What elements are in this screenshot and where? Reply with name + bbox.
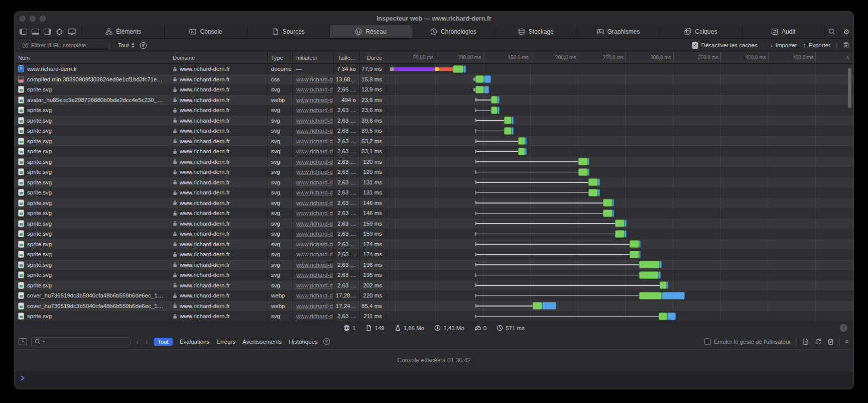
initiator-link[interactable]: www.richard-d…: [296, 76, 334, 82]
network-request-row[interactable]: sprite.svgwww.richard-dern.frsvgwww.rich…: [15, 280, 853, 291]
console-scope-historiques[interactable]: Historiques: [289, 339, 318, 345]
initiator-link[interactable]: www.richard-d…: [296, 128, 334, 134]
tab-chronologies[interactable]: Chronologies: [412, 25, 494, 38]
initiator-link[interactable]: www.richard-d…: [296, 118, 334, 124]
network-request-row[interactable]: sprite.svgwww.richard-dern.frsvgwww.rich…: [15, 136, 853, 147]
refresh-icon[interactable]: [815, 338, 822, 345]
grouping-filter-icon[interactable]: [140, 42, 147, 49]
column-header-nom[interactable]: Nom: [15, 52, 169, 63]
network-request-row[interactable]: avatar_hu85ecc3e298728880b0bde2dcc4e5c23…: [15, 95, 853, 106]
help-button[interactable]: ?: [840, 324, 847, 332]
console-scope-evaluations[interactable]: Évaluations: [180, 339, 209, 345]
console-scope-tout[interactable]: Tout: [154, 338, 173, 346]
table-scrollbar[interactable]: [848, 68, 851, 108]
import-button[interactable]: ↓ Importer: [770, 42, 797, 49]
console-scope-erreurs[interactable]: Erreurs: [216, 339, 235, 345]
next-result-button[interactable]: ›: [144, 338, 150, 345]
expand-console-icon[interactable]: «: [844, 340, 851, 344]
network-request-row[interactable]: sprite.svgwww.richard-dern.frsvgwww.rich…: [15, 105, 853, 116]
initiator-link[interactable]: www.richard-d…: [296, 231, 334, 237]
initiator-link[interactable]: www.richard-d…: [296, 86, 334, 92]
tab-elements[interactable]: Éléments: [82, 25, 165, 38]
network-request-row[interactable]: sprite.svgwww.richard-dern.frsvgwww.rich…: [15, 187, 853, 198]
network-request-row[interactable]: sprite.svgwww.richard-dern.frsvgwww.rich…: [15, 157, 853, 167]
device-screen-icon[interactable]: [68, 28, 76, 35]
previous-result-button[interactable]: ‹: [135, 338, 140, 345]
timeline-collapse-icon[interactable]: ∧: [846, 52, 849, 63]
emulate-user-gesture-checkbox[interactable]: Émuler le geste de l'utilisateur: [704, 338, 791, 345]
initiator-link[interactable]: www.richard-d…: [296, 210, 334, 216]
tab-graphismes[interactable]: Graphismes: [577, 25, 660, 38]
url-filter-input[interactable]: Filtrer l'URL complète: [19, 41, 110, 50]
network-request-row[interactable]: sprite.svgwww.richard-dern.frsvgwww.rich…: [15, 198, 853, 209]
network-request-row[interactable]: sprite.svgwww.richard-dern.frsvgwww.rich…: [15, 208, 853, 219]
image-file-icon: [18, 282, 24, 289]
network-request-row[interactable]: sprite.svgwww.richard-dern.frsvgwww.rich…: [15, 239, 853, 250]
console-prompt[interactable]: [15, 371, 853, 389]
initiator-link[interactable]: www.richard-d…: [296, 272, 334, 278]
resource-type-dropdown[interactable]: Tout: [118, 42, 135, 48]
initiator-link[interactable]: www.richard-d…: [296, 292, 334, 298]
tab-console[interactable]: Console: [165, 25, 247, 38]
initiator-link[interactable]: www.richard-d…: [296, 169, 334, 175]
initiator-link[interactable]: www.richard-d…: [296, 241, 334, 247]
network-request-row[interactable]: sprite.svgwww.richard-dern.frsvgwww.rich…: [15, 126, 853, 136]
console-search-input[interactable]: [31, 337, 131, 346]
initiator-link[interactable]: www.richard-d…: [296, 107, 334, 113]
network-request-row[interactable]: cover_hu736519dc3b5040cfa48b6b559b6de6ec…: [15, 290, 853, 301]
initiator-link[interactable]: www.richard-d…: [296, 282, 334, 288]
dock-right-icon[interactable]: [44, 29, 51, 35]
export-button[interactable]: ↑ Exporter: [803, 42, 830, 49]
network-request-row[interactable]: sprite.svgwww.richard-dern.frsvgwww.rich…: [15, 260, 853, 270]
request-duration: 202 ms: [360, 280, 386, 291]
tab-audit[interactable]: Audit: [742, 25, 825, 38]
initiator-link[interactable]: www.richard-d…: [296, 221, 334, 227]
initiator-link[interactable]: www.richard-d…: [296, 303, 334, 309]
lock-icon: [173, 108, 177, 113]
network-request-row[interactable]: sprite.svgwww.richard-dern.frsvgwww.rich…: [15, 270, 853, 280]
tab-sources[interactable]: Sources: [247, 25, 330, 38]
search-icon[interactable]: [825, 25, 839, 38]
network-request-row[interactable]: sprite.svgwww.richard-dern.frsvgwww.rich…: [15, 229, 853, 239]
initiator-link[interactable]: www.richard-d…: [296, 313, 334, 319]
network-request-row[interactable]: sprite.svgwww.richard-dern.frsvgwww.rich…: [15, 84, 853, 95]
network-request-row[interactable]: sprite.svgwww.richard-dern.frsvgwww.rich…: [15, 177, 853, 188]
console-scope-avertissements[interactable]: Avertissements: [242, 339, 282, 345]
inspect-element-icon[interactable]: [56, 28, 63, 36]
clear-console-trash-icon[interactable]: [827, 338, 834, 345]
network-request-row[interactable]: sprite.svgwww.richard-dern.frsvgwww.rich…: [15, 116, 853, 126]
console-picker-icon[interactable]: ▾: [19, 338, 27, 345]
gear-icon[interactable]: ⚙: [839, 25, 853, 38]
column-header-taille[interactable]: Taille…: [334, 52, 360, 63]
network-request-row[interactable]: www.richard-dern.frwww.richard-dern.frdo…: [15, 64, 853, 74]
network-request-row[interactable]: sprite.svgwww.richard-dern.frsvgwww.rich…: [15, 146, 853, 157]
console-filter-icon[interactable]: [323, 338, 330, 345]
initiator-link[interactable]: www.richard-d…: [296, 179, 334, 185]
initiator-link[interactable]: www.richard-d…: [296, 251, 334, 257]
network-request-row[interactable]: sprite.svgwww.richard-dern.frsvgwww.rich…: [15, 249, 853, 260]
disable-caches-checkbox[interactable]: ✓ Désactiver les caches: [692, 42, 758, 49]
js-context-icon[interactable]: JS: [802, 338, 809, 345]
column-header-initiateur[interactable]: Initiateur: [293, 52, 334, 63]
dock-bottom-icon[interactable]: [32, 29, 39, 35]
initiator-link[interactable]: www.richard-d…: [296, 159, 334, 165]
clear-network-trash-icon[interactable]: [843, 42, 849, 49]
initiator-link[interactable]: www.richard-d…: [296, 189, 334, 195]
column-header-domaine[interactable]: Domaine: [169, 52, 268, 63]
column-header-type[interactable]: Type: [268, 52, 293, 63]
initiator-link[interactable]: www.richard-d…: [296, 97, 334, 103]
tab-calques[interactable]: Calques: [660, 25, 742, 38]
network-request-row[interactable]: sprite.svgwww.richard-dern.frsvgwww.rich…: [15, 219, 853, 229]
column-header-duree[interactable]: Durée: [360, 52, 386, 63]
tab-reseau[interactable]: Réseau: [330, 25, 412, 38]
dock-left-icon[interactable]: [20, 29, 27, 35]
network-request-row[interactable]: cover_hu736519dc3b5040cfa48b6b559b6de6ec…: [15, 301, 853, 312]
initiator-link[interactable]: www.richard-d…: [296, 148, 334, 154]
tab-stockage[interactable]: Stockage: [495, 25, 577, 38]
initiator-link[interactable]: www.richard-d…: [296, 138, 334, 144]
initiator-link[interactable]: www.richard-d…: [296, 262, 334, 268]
network-request-row[interactable]: sprite.svgwww.richard-dern.frsvgwww.rich…: [15, 167, 853, 177]
initiator-link[interactable]: www.richard-d…: [296, 200, 334, 206]
network-request-row[interactable]: compiled.min.38390909f303624ed9e1cf1bd3f…: [15, 74, 853, 85]
network-request-row[interactable]: sprite.svgwww.richard-dern.frsvgwww.rich…: [15, 311, 853, 322]
